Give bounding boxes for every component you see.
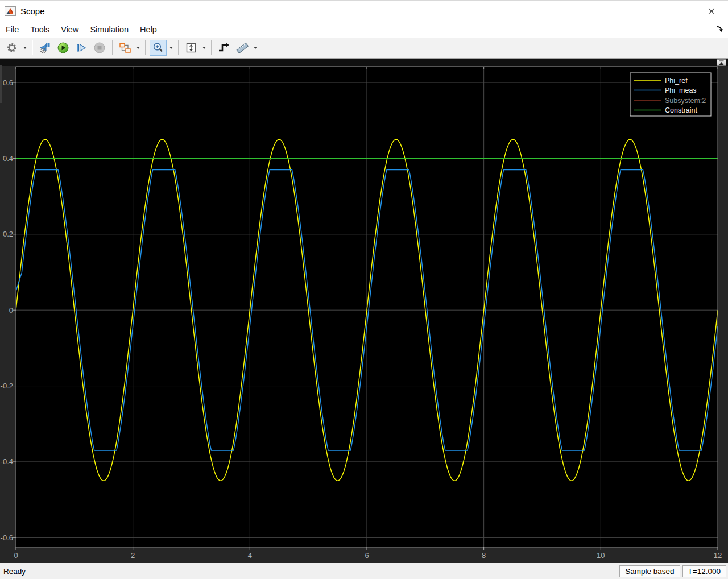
toolbar-separator [145,40,146,55]
measurements-button[interactable] [234,40,251,56]
chevron-down-icon [23,47,27,49]
scope-body: 024681012-0.6-0.4-0.200.20.40.6Phi_refPh… [0,59,728,563]
fit-to-view-icon [185,42,197,54]
svg-text:10: 10 [597,551,605,560]
stop-icon [93,42,106,54]
status-text: Ready [0,567,617,576]
statusbar: Ready Sample based T=12.000 [0,563,728,579]
highlight-block-caret[interactable] [134,40,142,56]
minimize-icon [643,11,649,11]
gear-icon [6,42,18,54]
menu-simulation[interactable]: Simulation [86,22,133,38]
maximize-icon [676,9,681,14]
menu-tools[interactable]: Tools [26,22,53,38]
svg-text:-0.6: -0.6 [1,533,13,542]
window-controls [629,1,728,22]
svg-text:Phi_ref: Phi_ref [665,77,688,85]
stepping-options-icon [38,42,52,54]
toolbar-separator [112,40,113,55]
svg-text:12: 12 [714,551,722,560]
menubar: File Tools View Simulation Help [0,22,728,38]
menu-view[interactable]: View [57,22,82,38]
svg-text:6: 6 [365,551,369,560]
stop-button [91,40,108,56]
svg-text:0.4: 0.4 [3,154,13,163]
chevron-down-icon [169,47,173,49]
toolbar-separator [178,40,179,55]
trigger-button[interactable] [216,40,233,56]
titlebar: Scope [0,0,728,22]
span-signals-caret[interactable] [200,40,208,56]
window-title: Scope [20,6,45,16]
dock-arrow-icon[interactable] [715,24,725,34]
scope-window: Scope File Tools View Simulation Help [0,0,728,579]
zoom-caret[interactable] [167,40,175,56]
measurements-ruler-icon [235,42,249,54]
sim-time-badge: T=12.000 [682,565,726,577]
run-icon [57,42,69,54]
menu-file[interactable]: File [6,22,23,38]
svg-text:0.2: 0.2 [3,230,13,238]
stepping-options-button[interactable] [36,40,53,56]
highlight-simulink-block-button[interactable] [117,40,134,56]
statusbar-right: Sample based T=12.000 [617,565,728,577]
simulink-blocks-icon [118,42,132,54]
toolbar [0,38,728,59]
zoom-button[interactable] [150,40,167,56]
measurements-caret[interactable] [251,40,259,56]
settings-caret[interactable] [21,40,28,56]
svg-text:8: 8 [482,551,486,560]
matlab-scope-icon [5,6,16,16]
chevron-down-icon [136,47,140,49]
toolbar-separator [32,40,32,55]
close-icon [708,7,715,15]
chevron-down-icon [202,47,206,49]
svg-text:Phi_meas: Phi_meas [665,86,697,94]
scope-plot[interactable]: 024681012-0.6-0.4-0.200.20.40.6Phi_refPh… [0,59,728,563]
close-button[interactable] [695,1,728,22]
sample-mode-badge: Sample based [619,565,680,577]
chevron-down-icon [254,47,257,49]
maximize-button[interactable] [662,1,695,22]
minimize-button[interactable] [629,1,662,22]
run-button[interactable] [55,40,72,56]
svg-text:0: 0 [9,306,13,315]
svg-text:-0.4: -0.4 [1,457,13,466]
svg-text:4: 4 [248,551,252,560]
collapse-up-arrow-icon [718,60,725,65]
svg-text:Subsystem:2: Subsystem:2 [665,97,706,105]
svg-text:2: 2 [131,551,135,560]
span-signals-button[interactable] [183,40,200,56]
svg-text:-0.2: -0.2 [1,382,13,390]
svg-text:0: 0 [14,551,18,560]
step-forward-icon [75,42,88,54]
legend[interactable]: Phi_refPhi_measSubsystem:2Constraint [630,73,711,116]
svg-text:Constraint: Constraint [665,106,697,114]
svg-text:0.6: 0.6 [3,78,13,87]
titlebar-left: Scope [0,6,629,16]
zoom-in-icon [152,42,164,54]
left-edge-strip [0,65,2,103]
settings-button[interactable] [3,40,20,56]
plot-top-strip [0,59,728,66]
menu-help[interactable]: Help [136,22,161,38]
collapse-toolbar-button[interactable] [717,59,726,66]
trigger-icon [217,42,231,54]
step-forward-button[interactable] [73,40,90,56]
toolbar-separator [211,40,212,55]
